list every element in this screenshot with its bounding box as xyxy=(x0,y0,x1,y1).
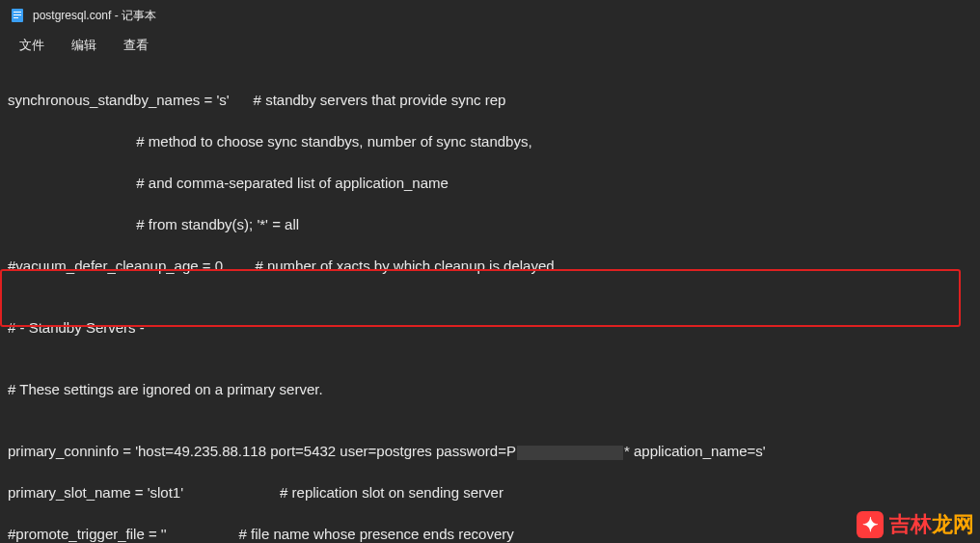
watermark-text-red: 吉林 xyxy=(889,512,932,536)
code-text: primary_conninfo = 'host=49.235.88.118 p… xyxy=(8,443,516,459)
svg-rect-2 xyxy=(14,14,21,15)
code-line: # from standby(s); '*' = all xyxy=(8,214,972,234)
notepad-icon xyxy=(10,8,25,23)
code-line: # - Standby Servers - xyxy=(8,317,972,338)
menubar: 文件 编辑 查看 xyxy=(0,31,980,60)
menu-view[interactable]: 查看 xyxy=(110,33,162,58)
code-line: # These settings are ignored on a primar… xyxy=(8,379,972,399)
code-line: #vacuum_defer_cleanup_age = 0 # number o… xyxy=(8,256,972,276)
titlebar: postgresql.conf - 记事本 xyxy=(0,0,980,31)
watermark-text-yellow: 龙网 xyxy=(932,512,974,536)
code-line: primary_slot_name = 'slot1' # replicatio… xyxy=(8,482,972,502)
editor-content[interactable]: synchronous_standby_names = 's' # standb… xyxy=(0,60,980,543)
svg-rect-3 xyxy=(14,17,18,18)
watermark: ✦ 吉林龙网 xyxy=(857,510,974,539)
menu-edit[interactable]: 编辑 xyxy=(58,33,110,58)
code-line: # and comma-separated list of applicatio… xyxy=(8,173,972,193)
censored-password xyxy=(517,446,623,460)
code-line: #promote_trigger_file = '' # file name w… xyxy=(8,524,972,543)
code-line: primary_conninfo = 'host=49.235.88.118 p… xyxy=(8,441,972,461)
code-line: synchronous_standby_names = 's' # standb… xyxy=(8,90,972,110)
svg-rect-1 xyxy=(14,12,21,13)
menu-file[interactable]: 文件 xyxy=(6,33,58,58)
code-text: * application_name=s' xyxy=(624,443,766,459)
code-line: # method to choose sync standbys, number… xyxy=(8,131,972,151)
window-title: postgresql.conf - 记事本 xyxy=(33,8,156,24)
watermark-logo-icon: ✦ xyxy=(857,511,884,538)
